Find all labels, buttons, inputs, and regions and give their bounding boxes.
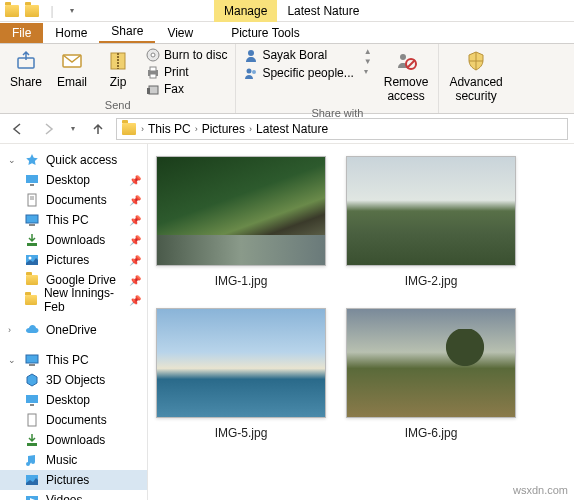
nav-3d-objects[interactable]: 3D Objects <box>0 370 147 390</box>
print-icon <box>146 65 160 79</box>
thumbnail-image <box>156 308 326 418</box>
nav-quick-access[interactable]: ⌄ Quick access <box>0 150 147 170</box>
zip-button[interactable]: Zip <box>98 47 138 91</box>
nav-pictures-pc[interactable]: Pictures <box>0 470 147 490</box>
svg-rect-22 <box>26 215 38 223</box>
specific-user-label: Sayak Boral <box>262 48 327 62</box>
chevron-right-icon[interactable]: › <box>141 124 144 134</box>
chevron-right-icon[interactable]: › <box>8 325 18 335</box>
svg-rect-8 <box>150 74 156 78</box>
tab-picture-tools[interactable]: Picture Tools <box>219 23 311 43</box>
specific-user-button[interactable]: Sayak Boral <box>242 47 355 63</box>
file-item[interactable]: IMG-5.jpg <box>156 308 326 440</box>
nav-label: Downloads <box>46 433 105 447</box>
document-icon <box>24 412 40 428</box>
remove-access-button[interactable]: Remove access <box>380 47 433 105</box>
ribbon: Share Email Zip Burn to disc Print <box>0 44 574 114</box>
content-pane[interactable]: IMG-1.jpg IMG-2.jpg IMG-5.jpg IMG-6.jpg <box>148 144 574 500</box>
nav-downloads-pc[interactable]: Downloads <box>0 430 147 450</box>
nav-desktop-pc[interactable]: Desktop <box>0 390 147 410</box>
burn-label: Burn to disc <box>164 48 227 62</box>
qat-customize-icon[interactable]: ▾ <box>64 3 80 19</box>
chevron-down-icon[interactable]: ⌄ <box>8 355 18 365</box>
folder-icon <box>24 292 38 308</box>
chevron-right-icon[interactable]: › <box>195 124 198 134</box>
ribbon-tabs: File Home Share View Picture Tools <box>0 22 574 44</box>
breadcrumb[interactable]: › This PC › Pictures › Latest Nature <box>116 118 568 140</box>
share-button[interactable]: Share <box>6 47 46 91</box>
pin-icon: 📌 <box>129 235 141 246</box>
breadcrumb-pictures[interactable]: Pictures <box>202 122 245 136</box>
chevron-down-icon[interactable]: ⌄ <box>8 155 18 165</box>
print-button[interactable]: Print <box>144 64 229 80</box>
person-icon <box>244 48 258 62</box>
picture-icon <box>24 472 40 488</box>
specific-people-button[interactable]: Specific people... <box>242 65 355 81</box>
nav-desktop[interactable]: Desktop📌 <box>0 170 147 190</box>
svg-line-16 <box>407 60 415 68</box>
tab-file[interactable]: File <box>0 23 43 43</box>
specific-people-label: Specific people... <box>262 66 353 80</box>
pin-icon: 📌 <box>129 215 141 226</box>
folder-shortcut-icon[interactable] <box>24 3 40 19</box>
download-icon <box>24 432 40 448</box>
chevron-right-icon[interactable]: › <box>249 124 252 134</box>
thumbnail-image <box>346 156 516 266</box>
nav-videos[interactable]: Videos <box>0 490 147 500</box>
folder-icon <box>121 121 137 137</box>
back-button[interactable] <box>6 117 30 141</box>
svg-rect-29 <box>26 395 38 403</box>
nav-pictures-qa[interactable]: Pictures📌 <box>0 250 147 270</box>
nav-downloads-qa[interactable]: Downloads📌 <box>0 230 147 250</box>
file-name: IMG-5.jpg <box>215 426 268 440</box>
group-security: Advanced security <box>439 44 512 113</box>
thumbnail-grid: IMG-1.jpg IMG-2.jpg IMG-5.jpg IMG-6.jpg <box>156 156 566 440</box>
gallery-more-icon[interactable]: ▾ <box>364 67 372 76</box>
svg-point-5 <box>151 53 155 57</box>
forward-button[interactable] <box>36 117 60 141</box>
recent-locations-icon[interactable]: ▾ <box>66 117 80 141</box>
up-button[interactable] <box>86 117 110 141</box>
fax-button[interactable]: Fax <box>144 81 229 97</box>
svg-rect-19 <box>28 194 36 206</box>
breadcrumb-this-pc[interactable]: This PC <box>148 122 191 136</box>
gallery-down-icon[interactable]: ▼ <box>364 57 372 66</box>
tab-view[interactable]: View <box>155 23 205 43</box>
nav-documents[interactable]: Documents📌 <box>0 190 147 210</box>
folder-app-icon <box>4 3 20 19</box>
nav-music[interactable]: Music <box>0 450 147 470</box>
nav-this-pc-qa[interactable]: This PC📌 <box>0 210 147 230</box>
video-icon <box>24 492 40 500</box>
svg-rect-7 <box>150 67 156 71</box>
email-button[interactable]: Email <box>52 47 92 91</box>
advanced-security-button[interactable]: Advanced security <box>445 47 506 105</box>
nav-label: This PC <box>46 213 89 227</box>
people-icon <box>244 66 258 80</box>
tab-share[interactable]: Share <box>99 21 155 43</box>
advanced-security-label: Advanced security <box>449 75 502 103</box>
gallery-up-icon[interactable]: ▲ <box>364 47 372 56</box>
svg-rect-30 <box>30 404 34 406</box>
email-label: Email <box>57 75 87 89</box>
file-item[interactable]: IMG-1.jpg <box>156 156 326 288</box>
nav-this-pc[interactable]: ⌄This PC <box>0 350 147 370</box>
svg-rect-9 <box>149 86 158 94</box>
nav-documents-pc[interactable]: Documents <box>0 410 147 430</box>
nav-label: Quick access <box>46 153 117 167</box>
thumbnail-image <box>156 156 326 266</box>
file-name: IMG-6.jpg <box>405 426 458 440</box>
burn-to-disc-button[interactable]: Burn to disc <box>144 47 229 63</box>
file-name: IMG-2.jpg <box>405 274 458 288</box>
group-send-label: Send <box>105 97 131 113</box>
svg-rect-27 <box>26 355 38 363</box>
contextual-tab-manage[interactable]: Manage <box>214 0 277 22</box>
tab-home[interactable]: Home <box>43 23 99 43</box>
breadcrumb-latest-nature[interactable]: Latest Nature <box>256 122 328 136</box>
nav-label: Pictures <box>46 473 89 487</box>
nav-onedrive[interactable]: ›OneDrive <box>0 320 147 340</box>
file-item[interactable]: IMG-6.jpg <box>346 308 516 440</box>
zip-icon <box>106 49 130 73</box>
file-item[interactable]: IMG-2.jpg <box>346 156 516 288</box>
pc-icon <box>24 212 40 228</box>
nav-new-innings[interactable]: New Innings-Feb📌 <box>0 290 147 310</box>
